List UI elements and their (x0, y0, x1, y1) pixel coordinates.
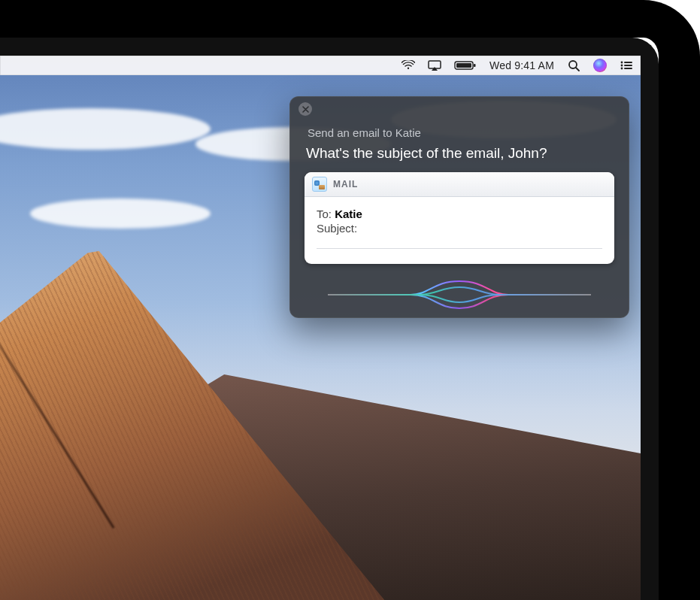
screen: Wed 9:41 AM (0, 56, 641, 600)
svg-line-5 (576, 68, 579, 71)
mail-card-header: MAIL (305, 172, 614, 197)
menu-bar: Wed 9:41 AM (0, 56, 641, 75)
siri-response-text: What's the subject of the email, John? (306, 145, 613, 162)
mail-app-label: MAIL (333, 179, 358, 189)
notification-center-icon[interactable] (620, 59, 633, 72)
device-frame: Wed 9:41 AM (0, 0, 700, 600)
svg-rect-2 (456, 63, 471, 68)
svg-point-6 (621, 62, 623, 64)
mail-app-icon (312, 177, 327, 192)
siri-panel: Send an email to Katie What's the subjec… (289, 96, 629, 318)
svg-point-8 (621, 65, 623, 67)
wifi-icon[interactable] (402, 59, 415, 72)
siri-icon[interactable] (593, 59, 607, 72)
svg-rect-7 (624, 62, 632, 63)
menu-bar-clock[interactable]: Wed 9:41 AM (489, 59, 554, 71)
mail-to-label: To: (317, 208, 332, 220)
svg-point-10 (621, 68, 623, 70)
airplay-icon[interactable] (428, 59, 441, 72)
siri-user-request: Send an email to Katie (308, 126, 611, 139)
battery-icon[interactable] (454, 59, 477, 72)
mail-compose-card[interactable]: MAIL To: Katie Subject: (305, 172, 614, 264)
device-corner: Wed 9:41 AM (0, 0, 700, 600)
svg-rect-3 (474, 64, 476, 67)
spotlight-search-icon[interactable] (567, 59, 580, 72)
mail-subject-label: Subject: (317, 222, 357, 235)
close-button[interactable] (298, 102, 312, 116)
svg-rect-11 (624, 68, 632, 69)
wallpaper-cloud (30, 198, 211, 229)
siri-waveform[interactable] (289, 271, 629, 318)
mail-card-body: To: Katie Subject: (305, 197, 614, 264)
svg-rect-9 (624, 65, 632, 66)
mail-to-value: Katie (335, 208, 362, 220)
mail-body-divider (317, 248, 602, 249)
